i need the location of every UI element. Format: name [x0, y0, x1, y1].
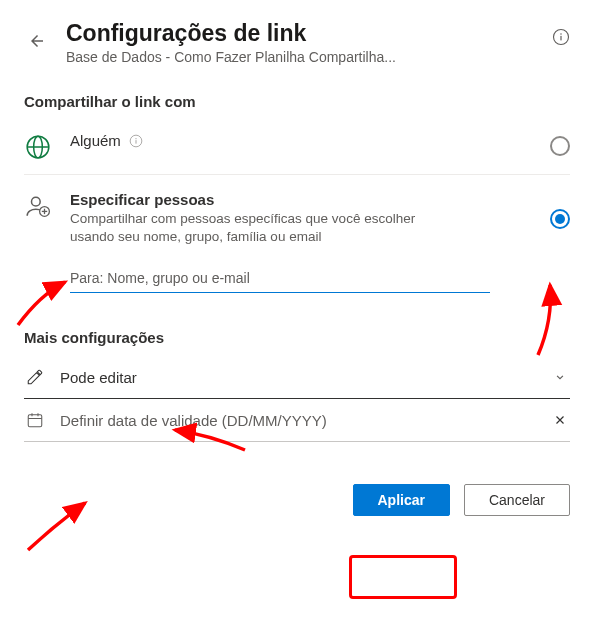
- option-specific-title: Especificar pessoas: [70, 191, 532, 208]
- svg-rect-13: [28, 415, 42, 427]
- pencil-icon: [26, 368, 44, 386]
- share-section-label: Compartilhar o link com: [24, 93, 570, 110]
- info-button[interactable]: [552, 28, 570, 50]
- info-icon: [552, 28, 570, 46]
- info-icon: [129, 134, 143, 148]
- calendar-icon: [26, 411, 44, 429]
- cancel-button[interactable]: Cancelar: [464, 484, 570, 516]
- more-settings-label: Mais configurações: [24, 329, 570, 346]
- permission-label: Pode editar: [60, 369, 536, 386]
- annotation-highlight-box: [349, 555, 457, 599]
- arrow-left-icon: [28, 32, 46, 50]
- clear-expiry-button[interactable]: [550, 413, 570, 427]
- svg-rect-2: [560, 36, 561, 41]
- expiry-input[interactable]: Definir data de validade (DD/MM/YYYY): [24, 399, 570, 442]
- option-anyone[interactable]: Alguém: [24, 126, 570, 175]
- chevron-down-icon: [553, 370, 567, 384]
- globe-icon: [25, 134, 51, 160]
- svg-point-7: [135, 138, 136, 139]
- person-add-icon: [25, 193, 51, 219]
- svg-point-9: [32, 197, 41, 206]
- back-button[interactable]: [24, 28, 50, 58]
- permission-dropdown[interactable]: Pode editar: [24, 356, 570, 399]
- svg-point-1: [560, 33, 562, 35]
- option-specific[interactable]: Especificar pessoas Compartilhar com pes…: [24, 185, 570, 260]
- option-specific-desc: Compartilhar com pessoas específicas que…: [70, 210, 450, 246]
- expiry-placeholder: Definir data de validade (DD/MM/YYYY): [60, 412, 536, 429]
- page-title: Configurações de link: [66, 20, 536, 47]
- option-anyone-radio[interactable]: [550, 136, 570, 156]
- svg-rect-8: [135, 140, 136, 144]
- option-anyone-title: Alguém: [70, 132, 121, 149]
- apply-button[interactable]: Aplicar: [353, 484, 450, 516]
- close-icon: [553, 413, 567, 427]
- page-subtitle: Base de Dados - Como Fazer Planilha Comp…: [66, 49, 536, 65]
- to-input[interactable]: Para: Nome, grupo ou e-mail: [70, 270, 570, 292]
- option-specific-radio[interactable]: [550, 209, 570, 229]
